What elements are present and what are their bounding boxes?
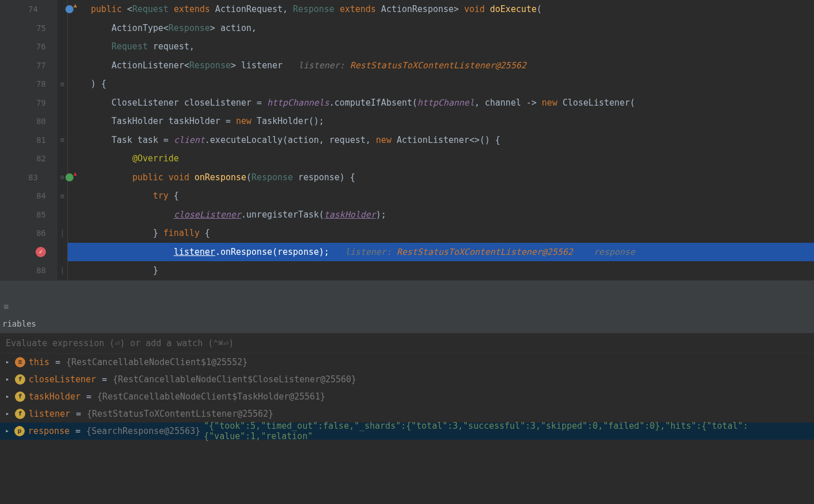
fold-cell: │ [57, 224, 67, 243]
gutter-row[interactable]: 81 [0, 131, 57, 150]
code-line[interactable]: Task task = client.executeLocally(action… [68, 131, 814, 150]
token-plain: , channel -> [474, 98, 541, 108]
fold-toggle-icon[interactable]: │ [60, 230, 64, 237]
code-content[interactable]: public <Request extends ActionRequest, R… [68, 0, 814, 280]
layout-icon[interactable]: ≡ [3, 301, 9, 312]
expand-toggle-icon[interactable]: ▸ [3, 358, 11, 366]
token-plain: > listener [231, 60, 298, 71]
expand-toggle-icon[interactable]: ▸ [3, 410, 11, 417]
code-line[interactable]: ActionListener<Response> listener listen… [68, 56, 814, 75]
gutter-row[interactable]: 82 [0, 149, 57, 168]
gutter-row[interactable]: 83 [0, 168, 57, 187]
token-generic: Response [293, 4, 339, 14]
variables-tab[interactable]: riables [0, 316, 814, 334]
token-plain: .executeLocally(action, request, [205, 135, 376, 145]
token-method: doExecute [490, 4, 537, 14]
gutter-row[interactable]: 78 [0, 75, 57, 94]
code-line[interactable]: try { [68, 187, 814, 206]
gutter-row[interactable]: 84 [0, 187, 57, 206]
code-line[interactable]: Request request, [68, 37, 814, 56]
code-line[interactable]: @Override [68, 149, 814, 168]
variable-row[interactable]: ▸≡this = {RestCancellableNodeClient$1@25… [0, 354, 814, 371]
variable-row[interactable]: ▸flistener = {RestStatusToXContentListen… [0, 405, 814, 422]
token-inlay: response [594, 247, 635, 257]
variable-row[interactable]: ▸ftaskHolder = {RestCancellableNodeClien… [0, 388, 814, 405]
code-editor[interactable]: 747576777879808182838485868788 ⊟⊟⊟⊟││ pu… [0, 0, 814, 280]
code-line[interactable]: } [68, 261, 814, 280]
token-plain: TaskHolder taskHolder = [70, 116, 236, 126]
variable-name: listener [29, 409, 70, 419]
gutter-row[interactable]: 77 [0, 56, 57, 75]
fold-toggle-icon[interactable]: ⊟ [60, 174, 64, 180]
line-number: 86 [36, 228, 46, 238]
parameter-icon: p [14, 426, 25, 436]
fold-column: ⊟⊟⊟⊟││ [57, 0, 68, 280]
breakpoint-verified-icon[interactable] [36, 247, 46, 257]
token-kw: new [236, 116, 251, 126]
token-ital-ul: taskHolder [324, 210, 376, 220]
code-line[interactable]: public <Request extends ActionRequest, R… [68, 0, 814, 19]
code-line[interactable]: public void onResponse(Response response… [68, 168, 814, 187]
token-plain: .unregisterTask( [241, 210, 324, 220]
token-plain: response) { [293, 172, 355, 183]
fold-cell [57, 94, 67, 113]
code-line[interactable]: closeListener.unregisterTask(taskHolder)… [68, 206, 814, 224]
fold-toggle-icon[interactable]: ⊟ [60, 137, 64, 143]
token-inlay-val: RestStatusToXContentListener@25562 [397, 247, 594, 257]
debugger-toolbar: ≡ [0, 297, 814, 316]
line-number: 80 [36, 117, 46, 126]
fold-cell: │ [57, 261, 67, 280]
expand-toggle-icon[interactable]: ▸ [3, 375, 11, 383]
fold-cell: ⊟ [57, 131, 67, 150]
gutter-row[interactable]: 74 [0, 0, 57, 19]
gutter-row[interactable]: 86 [0, 224, 57, 243]
field-icon: f [15, 409, 25, 419]
fold-cell: ⊟ [57, 75, 67, 94]
gutter-row[interactable]: 75 [0, 19, 57, 38]
code-line[interactable]: } finally { [68, 224, 814, 243]
line-number: 74 [28, 5, 38, 14]
gutter-row[interactable]: 88 [0, 261, 57, 280]
fold-cell [57, 112, 67, 131]
implements-method-icon[interactable] [65, 173, 73, 181]
field-icon: f [15, 374, 25, 385]
code-line[interactable]: ) { [68, 75, 814, 94]
equals-sign: = [76, 409, 81, 419]
token-inlay-val: RestStatusToXContentListener@25562 [350, 60, 526, 71]
variables-list[interactable]: ▸≡this = {RestCancellableNodeClient$1@25… [0, 354, 814, 505]
variable-value: {RestCancellableNodeClient$TaskHolder@25… [97, 391, 325, 402]
fold-toggle-icon[interactable]: ⊟ [60, 81, 64, 87]
variable-row[interactable]: ▸fcloseListener = {RestCancellableNodeCl… [0, 371, 814, 388]
gutter-row[interactable]: 85 [0, 206, 57, 224]
code-line[interactable]: CloseListener closeListener = httpChanne… [68, 94, 814, 113]
code-line[interactable]: TaskHolder taskHolder = new TaskHolder()… [68, 112, 814, 131]
token-plain: ( [537, 4, 542, 14]
token-plain [70, 153, 132, 164]
variable-row[interactable]: ▸presponse = {SearchResponse@25563} "{"t… [0, 422, 814, 440]
variable-value-literal: "{"took":5,"timed_out":false,"_shards":{… [204, 421, 814, 441]
line-number: 88 [36, 266, 46, 275]
token-plain: ActionType< [70, 23, 169, 33]
code-line[interactable]: listener.onResponse(response); listener:… [68, 243, 814, 262]
token-ital: httpChannel [417, 98, 474, 108]
fold-toggle-icon[interactable]: ⊟ [60, 193, 64, 199]
fold-toggle-icon[interactable]: │ [60, 267, 64, 274]
evaluate-expression-input[interactable]: Evaluate expression (⏎) or add a watch (… [0, 334, 814, 354]
gutter-row[interactable]: 76 [0, 37, 57, 56]
expand-toggle-icon[interactable]: ▸ [3, 393, 11, 400]
variable-name: response [28, 426, 69, 436]
variable-value: {RestStatusToXContentListener@25562} [87, 409, 273, 419]
token-kw: extends [340, 4, 376, 14]
panel-splitter[interactable] [0, 280, 814, 297]
gutter-row[interactable]: 87 [0, 243, 57, 262]
code-line[interactable]: ActionType<Response> action, [68, 19, 814, 38]
token-plain: .onResponse(response); [215, 247, 345, 257]
expand-toggle-icon[interactable]: ▸ [3, 427, 11, 435]
gutter-row[interactable]: 79 [0, 94, 57, 113]
this-icon: ≡ [15, 357, 25, 367]
variables-panel: riables Evaluate expression (⏎) or add a… [0, 316, 814, 505]
gutter-row[interactable]: 80 [0, 112, 57, 131]
token-plain [70, 191, 153, 201]
token-ital-ul: closeListener [174, 210, 241, 220]
token-ital: httpChannels [267, 98, 329, 108]
